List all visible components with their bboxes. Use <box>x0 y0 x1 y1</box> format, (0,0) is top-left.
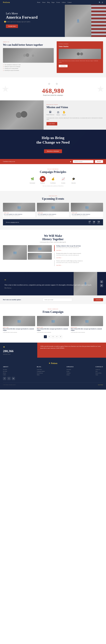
donate-amount-input[interactable] <box>73 160 93 163</box>
nav-pages[interactable]: Pages <box>51 2 55 3</box>
events-heading: Upcoming Events <box>3 197 103 200</box>
history-image-grid: 👥 👥 👥 <box>3 245 52 260</box>
newsletter-subscribe-button[interactable]: Subscribe <box>94 298 103 301</box>
principle-environment-label: Environment <box>29 182 35 184</box>
mission-icon-endorses: ✋ Endorses <box>62 111 66 116</box>
testimonial-next-button[interactable]: ▼ <box>100 284 103 287</box>
testimonial-content: " This is due to their excellent service… <box>5 279 101 289</box>
event-title-2: Let's work together for a better tomorro… <box>38 214 68 215</box>
footer: ✦ Potisen About Our Story Our Team Histo… <box>0 358 106 390</box>
svg-point-3 <box>32 54 34 57</box>
campaign-title-2: Donec dictum felis dolor consequat eget … <box>37 328 69 331</box>
footer-donate[interactable]: Donate <box>67 374 74 376</box>
footer-press-releases[interactable]: Press Releases <box>37 372 45 374</box>
footer-faq[interactable]: FAQ <box>95 370 103 372</box>
nav-home[interactable]: Home <box>37 2 40 3</box>
footer-red-text: A Bill to provide the people we needed o… <box>40 346 103 349</box>
principle-tax[interactable]: 💰 Tax Reforms <box>50 176 56 184</box>
footer-blog-links: Latest News Campaign Updates Press Relea… <box>37 369 45 376</box>
principle-economy[interactable]: 📈 Economy <box>60 176 66 184</box>
footer-gallery[interactable]: Gallery <box>3 374 15 376</box>
mission-text: Lorem ipsum dolor sit amet, consectetur … <box>46 117 103 120</box>
principle-education[interactable]: 🎓 Education <box>71 176 77 184</box>
footer-about-heading: About <box>3 366 15 368</box>
page-2-button[interactable]: 2 <box>48 335 51 338</box>
events-section: Our Rallies Upcoming Events 👥 JUNE 5, 20… <box>0 191 106 230</box>
quote-mark-icon: " <box>5 279 101 283</box>
nav-contact[interactable]: Contact <box>67 2 72 3</box>
footer-blue-block: ★ 280,366 Americans served <box>0 342 37 358</box>
campaign-desc-1: Lorem ipsum dolor sit amet consectetur. <box>3 332 35 333</box>
footer-media[interactable]: Media <box>37 374 45 376</box>
nav-events[interactable]: Events <box>56 2 60 3</box>
newsletter-email-input[interactable] <box>43 298 72 302</box>
history-item-1-title: Uniting volunteers that can get the job … <box>56 245 103 246</box>
footer-newsletter[interactable]: Newsletter <box>67 369 74 370</box>
principle-environment[interactable]: 🌿 Environment <box>29 176 35 184</box>
history-item-3-link[interactable]: Learn More → <box>56 265 62 266</box>
testimonial-author: Mike Harrison <box>5 287 101 289</box>
principle-healthcare[interactable]: ❤ Healthcare <box>40 176 46 184</box>
events-grid: 👥 JUNE 5, 2021 Let's work together for a… <box>3 203 103 217</box>
volunteer-button[interactable]: Become a Volunteer <box>44 149 62 153</box>
instagram-icon[interactable]: in <box>12 377 15 380</box>
search-icon[interactable]: 🔍 <box>99 2 100 3</box>
hero-headline: America Forward <box>6 15 47 20</box>
svg-point-0 <box>23 54 26 57</box>
footer-updates-col: Updates Newsletter Events Volunteer Dona… <box>67 366 74 380</box>
voter-learn-more-button[interactable]: Learn More <box>59 65 68 67</box>
countdown-units: 17 Days 14 Hours 53 Minutes <box>89 221 100 224</box>
campaign-grid: 👥 January 5, 2021 Donec dictum felis dol… <box>3 316 103 333</box>
donate-button[interactable]: Donate <box>95 160 103 163</box>
environment-icon: 🌿 <box>29 176 35 182</box>
campaign-pagination: 1 2 3 4 5 <box>3 335 103 338</box>
footer-our-story[interactable]: Our Story <box>3 369 15 370</box>
history-items: Uniting volunteers that can get the job … <box>54 245 103 268</box>
event-desc-1: Lorem ipsum dolor sit amet, consectetur … <box>4 215 34 216</box>
page-5-button[interactable]: 5 <box>59 335 62 338</box>
footer-our-team[interactable]: Our Team <box>3 370 15 372</box>
hero-donate-button[interactable]: Donate Now <box>6 24 18 28</box>
twitter-icon[interactable]: t <box>7 377 11 380</box>
history-item-2-link[interactable]: Learn More → <box>56 257 62 258</box>
footer-history[interactable]: History <box>3 372 15 374</box>
campaign-image-2: 👥 <box>37 316 69 326</box>
campaign-image-3: 👥 <box>71 316 103 326</box>
footer-latest-news[interactable]: Latest News <box>37 369 45 370</box>
mission-icon-label-3: Endorses <box>62 114 66 116</box>
facebook-icon[interactable]: f <box>3 377 6 380</box>
mission-learn-more-button[interactable]: Learn More <box>46 122 57 126</box>
nav-about[interactable]: About <box>42 2 45 3</box>
nav-blog[interactable]: Blog <box>47 2 50 3</box>
footer-terms[interactable]: Terms <box>95 374 103 376</box>
footer-contact-us[interactable]: Contact Us <box>95 369 103 370</box>
event-card-2: 👥 JUNE 8, 2021 Let's work together for a… <box>37 203 69 217</box>
countdown-minutes-number: 53 <box>97 221 100 223</box>
counter-stars: ★ ★ <box>3 82 103 86</box>
history-item-3-desc: Lorem ipsum dolor sit amet, consectetur … <box>56 262 103 264</box>
countdown-bar: Our new campaign starts in: 17 Days 14 H… <box>3 219 103 225</box>
event-desc-2: Lorem ipsum dolor sit amet, consectetur … <box>38 215 68 216</box>
menu-icon[interactable]: ☰ <box>102 2 103 3</box>
page-1-button[interactable]: 1 <box>44 335 47 338</box>
footer-privacy[interactable]: Privacy Policy <box>95 372 103 374</box>
history-item-2-desc: Lorem ipsum dolor sit amet, consectetur … <box>56 254 103 256</box>
nav-gallery[interactable]: Gallery <box>62 2 66 3</box>
countdown-minutes: 53 Minutes <box>97 221 100 224</box>
campaign-date-3: February 8, 2021 <box>71 327 103 328</box>
history-item-1-link[interactable]: Learn More → <box>56 250 62 251</box>
page-3-button[interactable]: 3 <box>51 335 55 338</box>
footer-events[interactable]: Events <box>67 370 74 372</box>
testimonial-text: This is due to their excellent service, … <box>5 284 101 286</box>
page-4-button[interactable]: 4 <box>55 335 58 338</box>
education-icon: 🎓 <box>71 176 77 182</box>
footer-campaign-updates[interactable]: Campaign Updates <box>37 370 45 372</box>
countdown-hours: 14 Hours <box>93 221 95 224</box>
history-item-2: Inauguration plans for major improvement… <box>54 252 103 259</box>
hero-lets-move: Let's Move <box>6 12 47 15</box>
footer-volunteer[interactable]: Volunteer <box>67 372 74 374</box>
mission-content: Mission & Vision Mission and Vision 🏛 Pe… <box>43 100 106 130</box>
testimonial-navigation: ▲ ▼ <box>100 280 103 287</box>
history-image-main: 👥 <box>3 245 27 260</box>
testimonial-prev-button[interactable]: ▲ <box>100 280 103 283</box>
